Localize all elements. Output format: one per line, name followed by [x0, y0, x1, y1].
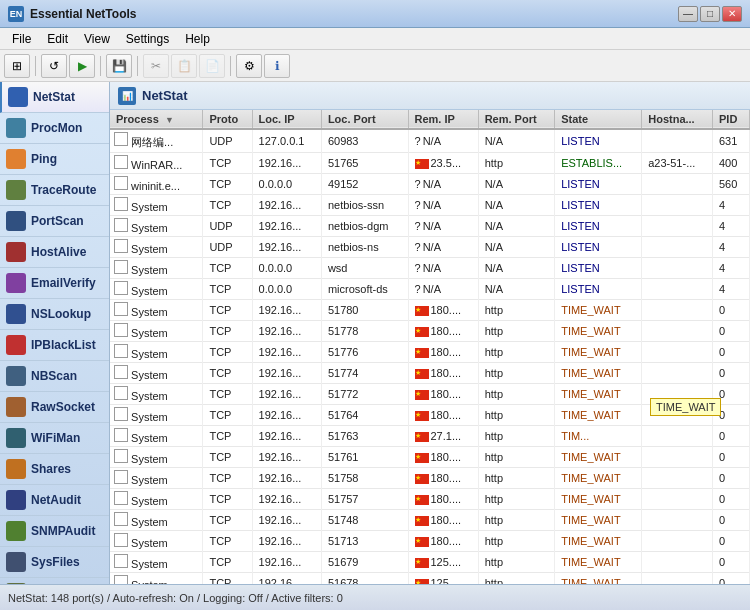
table-row[interactable]: SystemTCP192.16...51778★180....httpTIME_… [110, 321, 750, 342]
sidebar-item-ping[interactable]: Ping [0, 144, 109, 175]
refresh-button[interactable]: ↺ [41, 54, 67, 78]
row-checkbox[interactable] [114, 449, 128, 463]
menu-view[interactable]: View [76, 30, 118, 48]
row-checkbox[interactable] [114, 344, 128, 358]
sidebar-item-rawsocket[interactable]: RawSocket [0, 392, 109, 423]
netaudit-icon [6, 490, 26, 510]
menu-file[interactable]: File [4, 30, 39, 48]
row-checkbox[interactable] [114, 302, 128, 316]
maximize-button[interactable]: □ [700, 6, 720, 22]
col-proto[interactable]: Proto [203, 110, 252, 129]
row-checkbox[interactable] [114, 428, 128, 442]
col-pid[interactable]: PID [712, 110, 749, 129]
flag-cn-icon: ★ [415, 432, 429, 442]
sidebar-item-hostalive[interactable]: HostAlive [0, 237, 109, 268]
menu-edit[interactable]: Edit [39, 30, 76, 48]
table-row[interactable]: SystemTCP192.16...51763★27.1...httpTIM..… [110, 426, 750, 447]
table-row[interactable]: SystemTCP192.16...51679★125....httpTIME_… [110, 552, 750, 573]
row-checkbox[interactable] [114, 218, 128, 232]
table-row[interactable]: WinRAR...TCP192.16...51765★23.5...httpES… [110, 153, 750, 174]
sidebar-label-ping: Ping [31, 152, 57, 166]
row-checkbox[interactable] [114, 176, 128, 190]
table-row[interactable]: SystemTCP192.16...51764★180....httpTIME_… [110, 405, 750, 426]
table-row[interactable]: SystemTCP192.16...51713★180....httpTIME_… [110, 531, 750, 552]
table-row[interactable]: SystemTCP192.16...51780★180....httpTIME_… [110, 300, 750, 321]
col-locport[interactable]: Loc. Port [321, 110, 408, 129]
row-checkbox[interactable] [114, 155, 128, 169]
row-checkbox[interactable] [114, 491, 128, 505]
table-row[interactable]: SystemTCP192.16...51678★125....httpTIME_… [110, 573, 750, 585]
sidebar-item-procmon[interactable]: ProcMon [0, 113, 109, 144]
sidebar-item-wifiman[interactable]: WiFiMan [0, 423, 109, 454]
table-row[interactable]: wininit.e...TCP0.0.0.049152?N/AN/ALISTEN… [110, 174, 750, 195]
table-row[interactable]: SystemTCP192.16...51757★180....httpTIME_… [110, 489, 750, 510]
emailverify-icon [6, 273, 26, 293]
sidebar-item-snmpaudit[interactable]: SNMPAudit [0, 516, 109, 547]
row-checkbox[interactable] [114, 533, 128, 547]
paste-button[interactable]: 📄 [199, 54, 225, 78]
table-row[interactable]: SystemTCP192.16...51758★180....httpTIME_… [110, 468, 750, 489]
copy-button[interactable]: 📋 [171, 54, 197, 78]
sidebar-item-sysfiles[interactable]: SysFiles [0, 547, 109, 578]
sidebar-label-ipblacklist: IPBlackList [31, 338, 96, 352]
sidebar-item-ipblacklist[interactable]: IPBlackList [0, 330, 109, 361]
ping-icon [6, 149, 26, 169]
row-checkbox[interactable] [114, 365, 128, 379]
row-checkbox[interactable] [114, 386, 128, 400]
row-checkbox[interactable] [114, 239, 128, 253]
row-checkbox[interactable] [114, 512, 128, 526]
grid-button[interactable]: ⊞ [4, 54, 30, 78]
table-row[interactable]: SystemTCP192.16...51748★180....httpTIME_… [110, 510, 750, 531]
table-row[interactable]: SystemTCP0.0.0.0microsoft-ds?N/AN/ALISTE… [110, 279, 750, 300]
flag-cn-icon: ★ [415, 348, 429, 358]
sidebar-item-traceroute[interactable]: TraceRoute [0, 175, 109, 206]
row-checkbox[interactable] [114, 281, 128, 295]
app-icon: EN [8, 6, 24, 22]
col-remip[interactable]: Rem. IP [408, 110, 478, 129]
sidebar-item-moretools[interactable]: MoreTools [0, 578, 109, 584]
row-checkbox[interactable] [114, 260, 128, 274]
sidebar-item-emailverify[interactable]: EmailVerify [0, 268, 109, 299]
sidebar-item-nslookup[interactable]: NSLookup [0, 299, 109, 330]
col-locip[interactable]: Loc. IP [252, 110, 321, 129]
col-state[interactable]: State [555, 110, 642, 129]
table-row[interactable]: SystemTCP192.16...netbios-ssn?N/AN/ALIST… [110, 195, 750, 216]
table-row[interactable]: SystemTCP192.16...51774★180....httpTIME_… [110, 363, 750, 384]
settings-button[interactable]: ⚙ [236, 54, 262, 78]
row-checkbox[interactable] [114, 132, 128, 146]
row-checkbox[interactable] [114, 470, 128, 484]
sidebar-item-portscan[interactable]: PortScan [0, 206, 109, 237]
menu-settings[interactable]: Settings [118, 30, 177, 48]
table-row[interactable]: SystemTCP0.0.0.0wsd?N/AN/ALISTEN4 [110, 258, 750, 279]
flag-cn-icon: ★ [415, 327, 429, 337]
col-process[interactable]: Process ▼ [110, 110, 203, 129]
table-row[interactable]: SystemUDP192.16...netbios-dgm?N/AN/ALIST… [110, 216, 750, 237]
cut-button[interactable]: ✂ [143, 54, 169, 78]
status-text: NetStat: 148 port(s) / Auto-refresh: On … [8, 592, 343, 604]
menu-help[interactable]: Help [177, 30, 218, 48]
sidebar-item-nbscan[interactable]: NBScan [0, 361, 109, 392]
table-row[interactable]: SystemUDP192.16...netbios-ns?N/AN/ALISTE… [110, 237, 750, 258]
sidebar-item-netaudit[interactable]: NetAudit [0, 485, 109, 516]
sidebar-item-netstat[interactable]: NetStat [0, 82, 109, 113]
col-remport[interactable]: Rem. Port [478, 110, 555, 129]
row-checkbox[interactable] [114, 407, 128, 421]
table-row[interactable]: SystemTCP192.16...51772★180....httpTIME_… [110, 384, 750, 405]
table-row[interactable]: SystemTCP192.16...51776★180....httpTIME_… [110, 342, 750, 363]
table-row[interactable]: 网络编...UDP127.0.0.160983?N/AN/ALISTEN631 [110, 129, 750, 153]
save-button[interactable]: 💾 [106, 54, 132, 78]
row-checkbox[interactable] [114, 575, 128, 584]
row-checkbox[interactable] [114, 554, 128, 568]
row-checkbox[interactable] [114, 197, 128, 211]
sidebar-label-netstat: NetStat [33, 90, 75, 104]
table-row[interactable]: SystemTCP192.16...51761★180....httpTIME_… [110, 447, 750, 468]
sidebar-item-shares[interactable]: Shares [0, 454, 109, 485]
row-checkbox[interactable] [114, 323, 128, 337]
close-button[interactable]: ✕ [722, 6, 742, 22]
play-button[interactable]: ▶ [69, 54, 95, 78]
help-button[interactable]: ℹ [264, 54, 290, 78]
table-container[interactable]: Process ▼ Proto Loc. IP Loc. Port Rem. I… [110, 110, 750, 584]
sidebar-label-snmpaudit: SNMPAudit [31, 524, 95, 538]
col-hostname[interactable]: Hostna... [642, 110, 713, 129]
minimize-button[interactable]: — [678, 6, 698, 22]
